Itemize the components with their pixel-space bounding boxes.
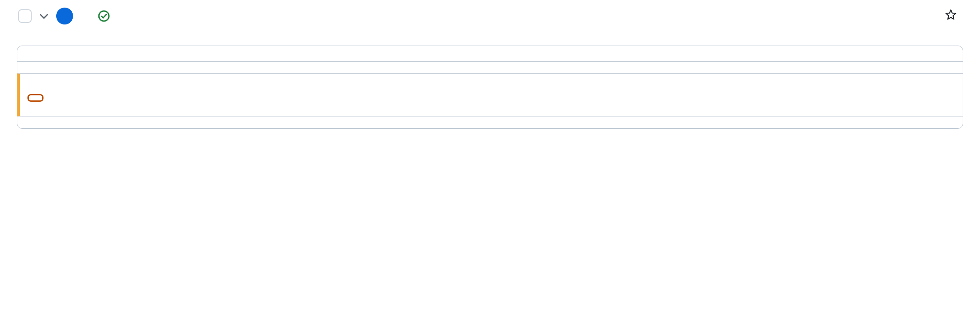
select-checkbox[interactable] bbox=[18, 9, 32, 23]
issue-count-badge[interactable] bbox=[56, 8, 73, 24]
file-path-header bbox=[17, 46, 963, 62]
code-block-bottom bbox=[17, 116, 963, 128]
chevron-down-icon[interactable] bbox=[38, 10, 50, 22]
star-button[interactable] bbox=[945, 8, 963, 24]
code-result-panel bbox=[17, 46, 963, 129]
svg-marker-1 bbox=[946, 10, 956, 19]
show-paths-button[interactable] bbox=[27, 94, 44, 102]
verified-check-icon bbox=[98, 10, 110, 22]
alert-banner bbox=[17, 73, 963, 116]
svg-point-0 bbox=[99, 11, 109, 21]
code-block-top bbox=[17, 62, 963, 73]
result-header bbox=[17, 8, 963, 24]
star-icon bbox=[945, 8, 957, 24]
